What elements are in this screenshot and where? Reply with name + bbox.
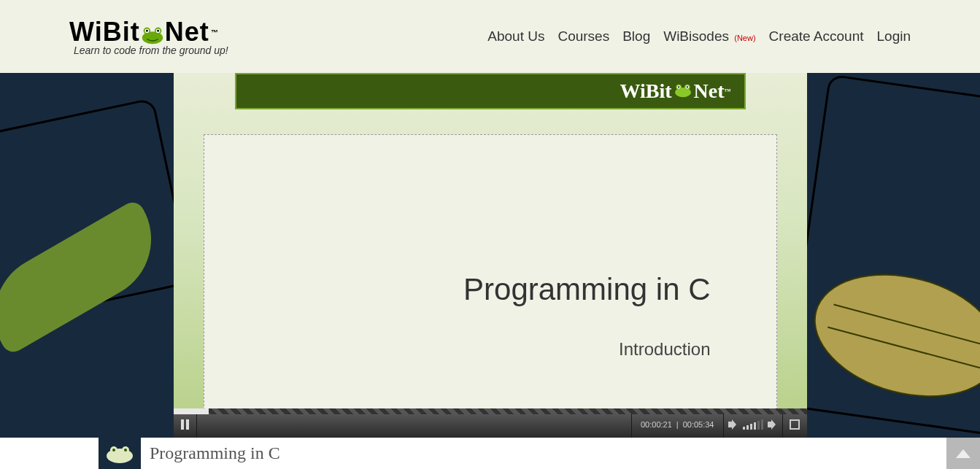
svg-point-17 [112,449,115,451]
course-row: Programming in C [0,438,980,469]
nav-courses[interactable]: Courses [557,28,609,44]
video-slide: Programming in C Introduction [204,134,777,410]
nav-blog[interactable]: Blog [622,28,650,44]
time-current: 00:00:21 [641,420,672,429]
nav-wibisodes-label: WiBisodes [663,28,729,44]
time-display: 00:00:21 | 00:05:34 [631,411,723,438]
banner-text-right: Net [694,80,725,103]
nav-about[interactable]: About Us [487,28,544,44]
time-sep: | [676,420,679,429]
chevron-up-icon [956,449,971,458]
speaker-icon [728,419,738,430]
course-title[interactable]: Programming in C [150,443,280,463]
video-controls: 00:00:21 | 00:05:34 [174,411,807,438]
course-thumbnail[interactable] [99,438,141,469]
nav-create-account[interactable]: Create Account [769,28,864,44]
video-content[interactable]: WiBit Net ™ [174,73,807,411]
banner-text-left: WiBit [620,80,671,103]
progress-fill [174,408,209,414]
tagline: Learn to code from the ground up! [74,44,228,56]
banner-tm: ™ [725,88,731,95]
header: WiBit Net ™ Learn to code from the groun… [0,0,980,73]
slide-title: Programming in C [463,272,710,307]
logo-text-right: Net [165,17,209,47]
pause-button[interactable] [174,411,197,438]
svg-point-13 [686,86,687,88]
progress-track[interactable] [174,408,807,414]
speaker-icon [768,419,778,430]
fullscreen-icon [790,419,800,430]
logo: WiBit Net ™ [69,17,228,47]
hero-section: WiBit Net ™ [0,73,980,438]
frog-icon [672,80,694,103]
scroll-top-button[interactable] [946,438,980,469]
new-badge: (New) [734,34,755,42]
nav-wibisodes[interactable]: WiBisodes (New) [663,28,755,44]
volume-control[interactable] [723,411,782,438]
svg-point-12 [678,86,679,88]
pause-icon [181,419,189,430]
logo-text-left: WiBit [69,17,140,47]
video-banner: WiBit Net ™ [235,73,746,109]
logo-area[interactable]: WiBit Net ™ Learn to code from the groun… [69,17,228,56]
video-player: WiBit Net ™ [174,73,807,438]
fullscreen-button[interactable] [782,411,807,438]
video-banner-logo: WiBit Net ™ [620,80,730,103]
nav-login[interactable]: Login [877,28,911,44]
frog-icon [139,21,166,43]
main-nav: About Us Courses Blog WiBisodes (New) Cr… [487,28,911,44]
volume-bars[interactable] [743,419,763,430]
logo-tm: ™ [211,28,219,36]
svg-point-5 [146,30,148,32]
svg-point-18 [124,449,127,451]
time-total: 00:05:34 [683,420,714,429]
slide-subtitle: Introduction [619,339,710,360]
svg-point-6 [157,30,159,32]
